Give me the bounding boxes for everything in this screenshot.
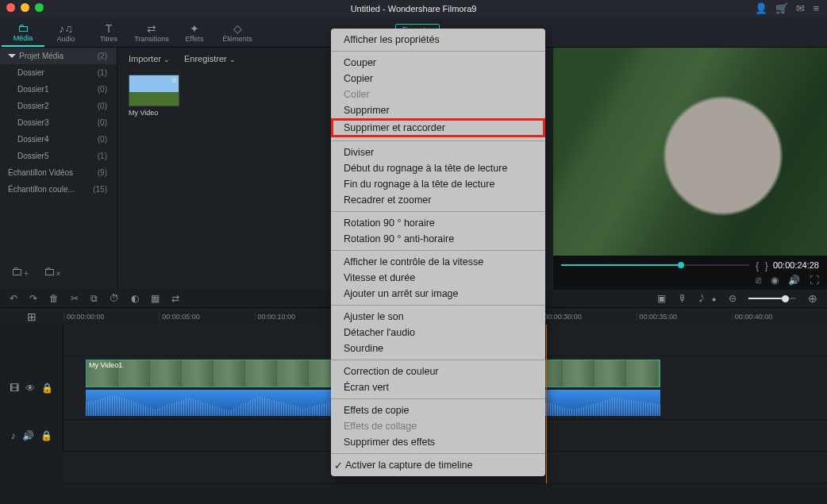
menu-item-delete[interactable]: Supprimer bbox=[331, 102, 545, 118]
menu-item-paste-fx: Effets de collage bbox=[331, 418, 545, 434]
menu-item-mute[interactable]: Sourdine bbox=[331, 340, 545, 356]
context-menu: Afficher les propriétésCouperCopierColle… bbox=[331, 29, 545, 476]
sidebar-bottom: 🗀₊ 🗀ₓ bbox=[11, 264, 61, 279]
window-title: Untitled - Wondershare Filmora9 bbox=[351, 4, 477, 13]
timeline-options-icon[interactable]: ⊞ bbox=[0, 310, 63, 323]
zoom-in-icon[interactable]: ⊕ bbox=[808, 292, 817, 305]
zoom-out-icon[interactable]: ⊖ bbox=[729, 293, 737, 304]
menu-item-crop[interactable]: Recadrer et zoomer bbox=[331, 192, 545, 208]
menu-item-ripple-delete[interactable]: Supprimer et raccorder bbox=[331, 118, 545, 137]
settings-icon[interactable]: ⇄ bbox=[171, 293, 179, 304]
crop-icon[interactable]: ⧉ bbox=[90, 293, 98, 304]
menu-icon[interactable]: ≡ bbox=[813, 2, 819, 14]
sidebar-folder[interactable]: Dossier4(0) bbox=[0, 131, 117, 148]
video-icon[interactable]: 🎞 bbox=[10, 383, 19, 394]
film-icon: ⊞ bbox=[171, 77, 177, 84]
menu-item-rot-cw[interactable]: Rotation 90 ° horaire bbox=[331, 215, 545, 231]
mixer-icon[interactable]: ▣ bbox=[657, 293, 666, 304]
marker-icon[interactable]: { } bbox=[756, 260, 768, 271]
tab-elements[interactable]: ◇Éléments bbox=[216, 17, 259, 47]
undo-icon[interactable]: ↶ bbox=[10, 293, 17, 304]
green-icon[interactable]: ▦ bbox=[151, 293, 160, 304]
menu-item-paste: Coller bbox=[331, 87, 545, 102]
marker-add-icon[interactable]: ⬥ bbox=[711, 293, 717, 304]
menu-item-trim-start[interactable]: Début du rognage à la tête de lecture bbox=[331, 160, 545, 176]
sidebar-folder[interactable]: Dossier3(0) bbox=[0, 114, 117, 131]
menu-item-snap[interactable]: Activer la capture de timeline bbox=[331, 457, 545, 473]
folder-icon: 🗀 bbox=[17, 21, 29, 34]
lock-icon[interactable]: 🔒 bbox=[40, 430, 52, 441]
menu-item-speed-dur[interactable]: Vitesse et durée bbox=[331, 270, 545, 286]
media-sidebar: Projet Média(2) Dossier(1) Dossier1(0) D… bbox=[0, 48, 117, 290]
delete-folder-icon[interactable]: 🗀ₓ bbox=[44, 264, 61, 279]
camera-icon[interactable]: ◉ bbox=[771, 275, 779, 290]
menu-item-freeze[interactable]: Ajouter un arrêt sur image bbox=[331, 286, 545, 302]
fullscreen-icon[interactable]: ⛶ bbox=[810, 275, 819, 290]
trash-icon[interactable]: 🗑 bbox=[49, 293, 59, 304]
preview-image bbox=[553, 48, 827, 256]
menu-item-props[interactable]: Afficher les propriétés bbox=[331, 32, 545, 48]
menu-item-cut[interactable]: Couper bbox=[331, 55, 545, 71]
chevron-down-icon bbox=[8, 54, 16, 58]
mic-icon[interactable]: 🎙 bbox=[678, 293, 687, 304]
volume-icon[interactable]: 🔊 bbox=[788, 275, 800, 290]
media-thumb[interactable]: ⊞ My Video bbox=[129, 75, 181, 117]
cut-icon[interactable]: ✂ bbox=[71, 293, 79, 304]
close-icon[interactable] bbox=[6, 3, 15, 12]
menu-item-color[interactable]: Correction de couleur bbox=[331, 364, 545, 379]
preview-scrubber[interactable] bbox=[561, 264, 749, 266]
menu-item-trim-end[interactable]: Fin du rognage à la tête de lecture bbox=[331, 176, 545, 192]
chevron-down-icon: ⌄ bbox=[163, 56, 170, 63]
maximize-icon[interactable] bbox=[35, 3, 44, 12]
shapes-icon: ◇ bbox=[233, 22, 242, 35]
track-head-empty bbox=[0, 325, 63, 356]
zoom-slider[interactable] bbox=[748, 298, 796, 299]
menu-item-speed-ctrl[interactable]: Afficher le contrôle de la vitesse bbox=[331, 254, 545, 270]
menu-item-green[interactable]: Écran vert bbox=[331, 379, 545, 395]
sidebar-folder[interactable]: Dossier(1) bbox=[0, 64, 117, 81]
user-icon[interactable]: 👤 bbox=[755, 2, 767, 14]
window-controls bbox=[6, 3, 44, 12]
menu-item-adjust-audio[interactable]: Ajuster le son bbox=[331, 309, 545, 325]
eye-icon[interactable]: 👁 bbox=[25, 383, 35, 394]
menu-item-copy[interactable]: Copier bbox=[331, 71, 545, 87]
volume-icon[interactable]: 🔊 bbox=[22, 430, 34, 441]
tab-audio[interactable]: ♪♫Audio bbox=[44, 17, 87, 47]
thumbnail-image: ⊞ bbox=[129, 75, 179, 106]
cart-icon[interactable]: 🛒 bbox=[775, 2, 788, 14]
sidebar-folder[interactable]: Dossier1(0) bbox=[0, 81, 117, 98]
sidebar-folder[interactable]: Dossier2(0) bbox=[0, 98, 117, 114]
sidebar-root[interactable]: Projet Média(2) bbox=[0, 48, 117, 64]
save-button[interactable]: Enregistrer⌄ bbox=[184, 54, 236, 63]
tab-media[interactable]: 🗀Média bbox=[2, 17, 44, 47]
lock-icon[interactable]: 🔒 bbox=[41, 383, 53, 394]
playhead[interactable] bbox=[546, 325, 547, 483]
menu-item-rot-ccw[interactable]: Rotation 90 ° anti-horaire bbox=[331, 231, 545, 247]
chevron-down-icon: ⌄ bbox=[229, 56, 236, 63]
music-icon[interactable]: ♪ bbox=[11, 430, 16, 441]
mail-icon[interactable]: ✉ bbox=[796, 2, 805, 14]
tab-titles[interactable]: TTitres bbox=[87, 17, 130, 47]
menu-item-split[interactable]: Diviser bbox=[331, 144, 545, 160]
tab-effects[interactable]: ✦Effets bbox=[173, 17, 216, 47]
menu-item-remove-fx[interactable]: Supprimer des effets bbox=[331, 434, 545, 450]
menu-item-detach-audio[interactable]: Détacher l'audio bbox=[331, 325, 545, 340]
redo-icon[interactable]: ↷ bbox=[29, 293, 37, 304]
titlebar-actions: 👤 🛒 ✉ ≡ bbox=[755, 2, 819, 14]
sidebar-samples-video[interactable]: Échantillon Vidéos(9) bbox=[0, 164, 117, 181]
menu-item-copy-fx[interactable]: Effets de copie bbox=[331, 402, 545, 418]
import-button[interactable]: Importer⌄ bbox=[129, 54, 170, 63]
sidebar-folder[interactable]: Dossier5(1) bbox=[0, 148, 117, 164]
clip-label: My Video1 bbox=[89, 361, 122, 369]
sparkle-icon: ✦ bbox=[190, 22, 199, 35]
sidebar-samples-color[interactable]: Échantillon coule...(15) bbox=[0, 181, 117, 198]
minimize-icon[interactable] bbox=[21, 3, 29, 12]
screen-icon[interactable]: ⎚ bbox=[756, 275, 761, 290]
timecode: 00:00:24:28 bbox=[773, 260, 819, 270]
new-folder-icon[interactable]: 🗀₊ bbox=[11, 264, 29, 279]
color-icon[interactable]: ◐ bbox=[131, 293, 139, 304]
text-icon: T bbox=[106, 22, 113, 35]
speed-icon[interactable]: ⏱ bbox=[110, 293, 119, 304]
tab-transitions[interactable]: ⇄Transitions bbox=[130, 17, 173, 47]
preview-panel: { } 00:00:24:28 ⎚ ◉ 🔊 ⛶ bbox=[553, 48, 827, 290]
